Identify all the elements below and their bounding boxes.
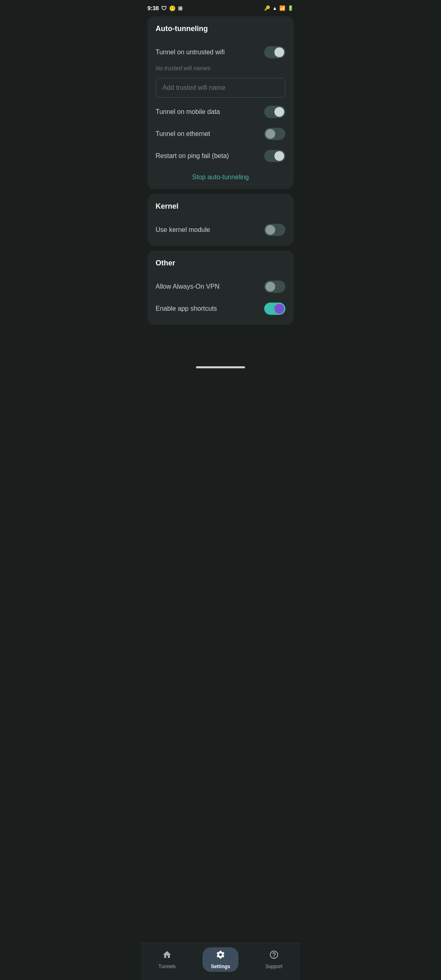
shield-icon: 🛡 xyxy=(161,5,167,11)
status-bar: 9:38 🛡 😶 ⊞ 🔑 ▲ 📶 🔋 xyxy=(141,0,300,16)
no-wifi-text: No trusted wifi names xyxy=(156,63,285,73)
auto-tunneling-card: Auto-tunneling Tunnel on untrusted wifi … xyxy=(147,16,294,189)
wifi-icon: ▲ xyxy=(272,5,277,11)
tunnel-ethernet-label: Tunnel on ethernet xyxy=(156,130,210,138)
tunnel-untrusted-wifi-label: Tunnel on untrusted wifi xyxy=(156,49,225,56)
restart-ping-fail-row: Restart on ping fail (beta) xyxy=(156,145,285,167)
tunnel-untrusted-wifi-row: Tunnel on untrusted wifi xyxy=(156,41,285,63)
enable-app-shortcuts-toggle[interactable] xyxy=(264,303,285,315)
use-kernel-module-label: Use kernel module xyxy=(156,226,210,234)
use-kernel-module-row: Use kernel module xyxy=(156,219,285,241)
status-bar-left: 9:38 🛡 😶 ⊞ xyxy=(147,5,183,11)
face-icon: 😶 xyxy=(169,5,176,11)
time: 9:38 xyxy=(147,5,159,11)
home-indicator xyxy=(196,366,245,368)
battery-icon: 🔋 xyxy=(287,5,294,11)
signal-icon: 📶 xyxy=(279,5,285,11)
tunnel-untrusted-wifi-toggle[interactable] xyxy=(264,46,285,58)
stop-auto-tunneling-link[interactable]: Stop auto-tunneling xyxy=(192,174,249,180)
use-kernel-module-toggle[interactable] xyxy=(264,224,285,236)
key-icon: 🔑 xyxy=(264,5,270,11)
other-title: Other xyxy=(156,259,285,267)
add-trusted-wifi-input[interactable] xyxy=(156,78,285,98)
tunnel-ethernet-row: Tunnel on ethernet xyxy=(156,123,285,145)
enable-app-shortcuts-label: Enable app shortcuts xyxy=(156,305,217,312)
allow-always-on-vpn-toggle[interactable] xyxy=(264,281,285,293)
tunnel-mobile-data-label: Tunnel on mobile data xyxy=(156,108,220,116)
status-bar-right: 🔑 ▲ 📶 🔋 xyxy=(264,5,294,11)
allow-always-on-vpn-label: Allow Always-On VPN xyxy=(156,283,220,290)
tunnel-ethernet-toggle[interactable] xyxy=(264,128,285,140)
restart-ping-fail-toggle[interactable] xyxy=(264,150,285,162)
allow-always-on-vpn-row: Allow Always-On VPN xyxy=(156,276,285,298)
enable-app-shortcuts-row: Enable app shortcuts xyxy=(156,298,285,320)
tunnel-mobile-data-row: Tunnel on mobile data xyxy=(156,101,285,123)
grid-icon: ⊞ xyxy=(178,5,183,11)
kernel-title: Kernel xyxy=(156,202,285,211)
kernel-card: Kernel Use kernel module xyxy=(147,194,294,246)
main-content: Auto-tunneling Tunnel on untrusted wifi … xyxy=(141,16,300,364)
auto-tunneling-title: Auto-tunneling xyxy=(156,24,285,33)
other-card: Other Allow Always-On VPN Enable app sho… xyxy=(147,251,294,325)
stop-auto-tunneling-container: Stop auto-tunneling xyxy=(156,167,285,184)
tunnel-mobile-data-toggle[interactable] xyxy=(264,106,285,118)
restart-ping-fail-label: Restart on ping fail (beta) xyxy=(156,152,229,160)
